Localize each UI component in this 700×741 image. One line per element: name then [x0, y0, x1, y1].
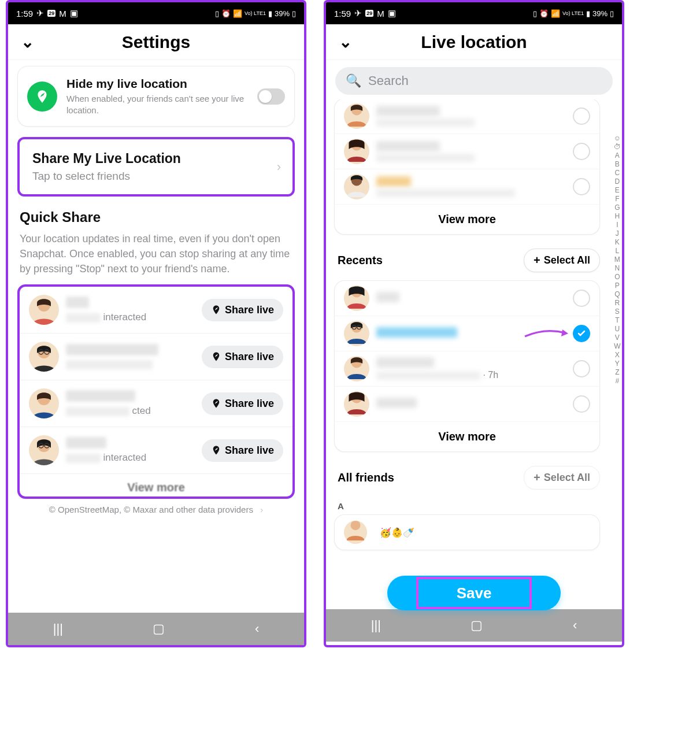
search-input[interactable]: 🔍 Search	[335, 67, 613, 95]
index-letter[interactable]: P	[614, 281, 621, 290]
index-letter[interactable]: U	[614, 325, 621, 333]
back-button[interactable]: ‹	[573, 618, 577, 633]
index-letter[interactable]: A	[614, 151, 621, 160]
share-location-card[interactable]: Share My Live Location Tap to select fri…	[17, 137, 295, 197]
view-more-button[interactable]: View more	[335, 422, 599, 451]
recent-apps-button[interactable]: |||	[53, 621, 63, 636]
recents-header: Recents + Select All	[334, 244, 617, 277]
index-letter[interactable]: V	[614, 334, 621, 342]
friend-sub-blurred	[66, 360, 153, 369]
index-letter[interactable]: L	[614, 247, 621, 255]
android-nav-bar: ||| ▢ ‹	[326, 609, 622, 642]
select-all-button[interactable]: + Select All	[524, 466, 600, 490]
index-letter[interactable]: X	[614, 351, 621, 359]
index-letter[interactable]: R	[614, 299, 621, 307]
index-letter[interactable]: S	[614, 307, 621, 316]
location-icon	[27, 81, 57, 112]
hide-location-title: Hide my live location	[66, 77, 248, 91]
contact-row[interactable]	[335, 99, 599, 134]
save-button[interactable]: Save	[387, 576, 561, 610]
index-letter[interactable]: ☺	[614, 134, 621, 142]
friend-sub-blurred	[66, 454, 101, 463]
index-letter[interactable]: T	[614, 316, 621, 324]
avatar	[29, 342, 59, 372]
share-live-button[interactable]: Share live	[202, 299, 283, 321]
friend-sub-blurred	[66, 407, 129, 416]
battery-icon: ▯	[292, 9, 296, 18]
index-letter[interactable]: G	[614, 203, 621, 212]
select-radio[interactable]	[573, 360, 590, 377]
contact-row-selected[interactable]	[335, 316, 599, 351]
index-letter[interactable]: M	[614, 255, 621, 264]
collapse-chevron-icon[interactable]: ⌄	[339, 32, 352, 51]
gallery-icon: ▣	[388, 8, 396, 18]
home-button[interactable]: ▢	[471, 618, 483, 633]
view-more-button[interactable]: View more	[20, 474, 292, 497]
collapse-chevron-icon[interactable]: ⌄	[21, 32, 34, 51]
share-live-button[interactable]: Share live	[202, 392, 283, 415]
recent-apps-button[interactable]: |||	[371, 618, 381, 633]
friend-row: Share live	[20, 334, 292, 380]
plus-icon: +	[534, 471, 540, 484]
home-button[interactable]: ▢	[153, 621, 165, 636]
select-radio-checked[interactable]	[573, 325, 590, 342]
view-more-button[interactable]: View more	[335, 205, 599, 234]
share-live-button[interactable]: Share live	[202, 346, 283, 368]
index-letter[interactable]: I	[614, 221, 621, 229]
telegram-icon: ✈	[354, 8, 362, 18]
index-letter[interactable]: H	[614, 212, 621, 220]
contact-sub-blurred	[376, 189, 515, 197]
alphabet-index[interactable]: ☺⏱ABCDEFGHIJKLMNOPQRSTUVWXYZ#	[614, 134, 621, 586]
index-letter[interactable]: Q	[614, 290, 621, 298]
chevron-right-icon: ›	[260, 505, 263, 514]
share-live-button[interactable]: Share live	[202, 439, 283, 462]
index-letter[interactable]: E	[614, 186, 621, 194]
select-radio[interactable]	[573, 108, 590, 125]
friend-sub-blurred	[66, 313, 101, 323]
index-letter[interactable]: #	[614, 377, 621, 385]
index-letter[interactable]: B	[614, 160, 621, 168]
avatar	[344, 103, 369, 129]
recents-card: · 7h View more	[334, 280, 600, 452]
select-all-button[interactable]: + Select All	[524, 249, 600, 272]
card-icon: ▯	[215, 9, 219, 18]
interacted-label: interacted	[103, 452, 146, 463]
contact-name-blurred	[376, 106, 440, 116]
index-letter[interactable]: ⏱	[614, 143, 621, 151]
index-letter[interactable]: N	[614, 264, 621, 272]
index-letter[interactable]: Z	[614, 368, 621, 376]
interacted-label: cted	[132, 405, 150, 416]
select-radio[interactable]	[573, 395, 590, 413]
friend-row: interacted Share live	[20, 287, 292, 334]
signal-icon: ▮	[586, 9, 590, 18]
phone-right-live-location: 1:59 ✈ 29 M ▣ ▯ ⏰ 📶 Vo) LTE1 ▮ 39% ▯ ⌄ L…	[324, 0, 624, 647]
page-title: Settings	[122, 32, 190, 52]
select-radio[interactable]	[573, 290, 590, 307]
index-letter[interactable]: W	[614, 342, 621, 350]
index-letter[interactable]: O	[614, 273, 621, 281]
battery-percent: 39%	[592, 9, 608, 18]
telegram-icon: ✈	[36, 8, 44, 18]
index-letter[interactable]: C	[614, 169, 621, 177]
quick-share-title: Quick Share	[20, 209, 295, 225]
contact-row[interactable]	[335, 387, 599, 422]
gmail-icon: M	[59, 9, 66, 18]
friend-name-blurred	[66, 297, 89, 308]
index-letter[interactable]: D	[614, 177, 621, 186]
contact-row[interactable]	[335, 169, 599, 205]
contact-row[interactable]: · 7h	[335, 351, 599, 387]
hide-location-toggle[interactable]	[257, 88, 285, 105]
select-radio[interactable]	[573, 143, 590, 160]
index-letter[interactable]: F	[614, 195, 621, 203]
contact-row[interactable]	[335, 134, 599, 169]
index-letter[interactable]: Y	[614, 360, 621, 368]
back-button[interactable]: ‹	[255, 621, 259, 636]
wifi-icon: 📶	[551, 9, 560, 18]
index-letter[interactable]: J	[614, 229, 621, 238]
contact-row[interactable]	[335, 281, 599, 316]
contact-name-blurred	[376, 176, 411, 187]
index-letter[interactable]: K	[614, 238, 621, 246]
save-highlight-box	[416, 577, 532, 609]
friend-row: interacted Share live	[20, 427, 292, 474]
select-radio[interactable]	[573, 178, 590, 195]
